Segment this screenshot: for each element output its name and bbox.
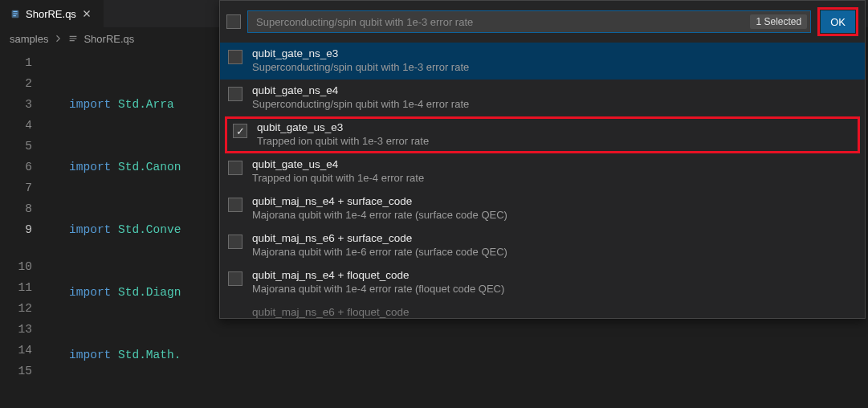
list-item[interactable]: qubit_maj_ns_e4 + surface_code Majorana … xyxy=(220,190,865,227)
item-checkbox[interactable] xyxy=(228,235,242,249)
item-title: qubit_maj_ns_e4 + floquet_code xyxy=(252,269,504,281)
item-desc: Trapped ion qubit with 1e-4 error rate xyxy=(252,172,424,184)
breadcrumb-file[interactable]: ShorRE.qs xyxy=(84,33,134,45)
tab-title: ShorRE.qs xyxy=(26,8,76,20)
select-all-checkbox[interactable] xyxy=(226,14,241,29)
list-item[interactable]: qubit_gate_ns_e4 Superconducting/spin qu… xyxy=(220,80,865,116)
item-title: qubit_maj_ns_e6 + surface_code xyxy=(252,232,507,244)
quickpick-header: 1 Selected OK xyxy=(220,1,865,43)
search-input[interactable] xyxy=(248,11,750,32)
qsharp-file-icon xyxy=(10,8,21,19)
item-checkbox[interactable] xyxy=(228,198,242,212)
selection-count-badge: 1 Selected xyxy=(750,14,807,29)
item-checkbox[interactable] xyxy=(228,87,242,101)
item-desc: Majorana qubit with 1e-6 error rate (sur… xyxy=(252,246,507,258)
gutter: 1 2 3 4 5 6 7 8 9 10 11 12 13 14 15 xyxy=(0,49,48,408)
list-item[interactable]: qubit_gate_us_e4 Trapped ion qubit with … xyxy=(220,153,865,190)
ok-button[interactable]: OK xyxy=(821,10,855,33)
list-item[interactable]: qubit_gate_us_e3 Trapped ion qubit with … xyxy=(233,121,852,147)
tab-active[interactable]: ShorRE.qs xyxy=(0,0,104,27)
quickpick-list[interactable]: qubit_gate_ns_e3 Superconducting/spin qu… xyxy=(220,43,865,318)
item-checkbox[interactable] xyxy=(228,50,242,64)
quickpick-panel: 1 Selected OK qubit_gate_ns_e3 Supercond… xyxy=(219,0,866,319)
item-title: qubit_gate_ns_e3 xyxy=(252,47,469,59)
breadcrumb-parent[interactable]: samples xyxy=(10,33,48,45)
highlight-box: qubit_gate_us_e3 Trapped ion qubit with … xyxy=(225,116,860,153)
qsharp-file-icon xyxy=(67,33,79,44)
list-item[interactable]: qubit_maj_ns_e6 + surface_code Majorana … xyxy=(220,227,865,264)
list-item[interactable]: qubit_gate_ns_e3 Superconducting/spin qu… xyxy=(220,43,865,80)
item-checkbox[interactable] xyxy=(228,271,242,286)
item-desc: Trapped ion qubit with 1e-3 error rate xyxy=(257,135,429,147)
item-title: qubit_gate_us_e4 xyxy=(252,158,424,170)
list-item[interactable]: qubit_maj_ns_e4 + floquet_code Majorana … xyxy=(220,264,865,301)
item-desc: Superconducting/spin qubit with 1e-3 err… xyxy=(252,61,469,73)
item-checkbox[interactable] xyxy=(228,161,242,175)
list-item-cutoff: qubit_maj_ns_e6 + floquet_code xyxy=(220,301,865,318)
item-desc: Superconducting/spin qubit with 1e-4 err… xyxy=(252,98,469,110)
highlight-box: OK xyxy=(817,7,858,36)
close-icon[interactable] xyxy=(81,8,94,19)
item-desc: Majorana qubit with 1e-4 error rate (flo… xyxy=(252,283,504,295)
chevron-right-icon xyxy=(53,34,63,43)
search-wrap: 1 Selected xyxy=(247,10,811,33)
item-title: qubit_maj_ns_e4 + surface_code xyxy=(252,195,507,207)
item-title: qubit_gate_ns_e4 xyxy=(252,84,469,96)
item-checkbox[interactable] xyxy=(233,124,247,138)
item-title: qubit_gate_us_e3 xyxy=(257,121,429,133)
item-desc: Majorana qubit with 1e-4 error rate (sur… xyxy=(252,209,507,221)
